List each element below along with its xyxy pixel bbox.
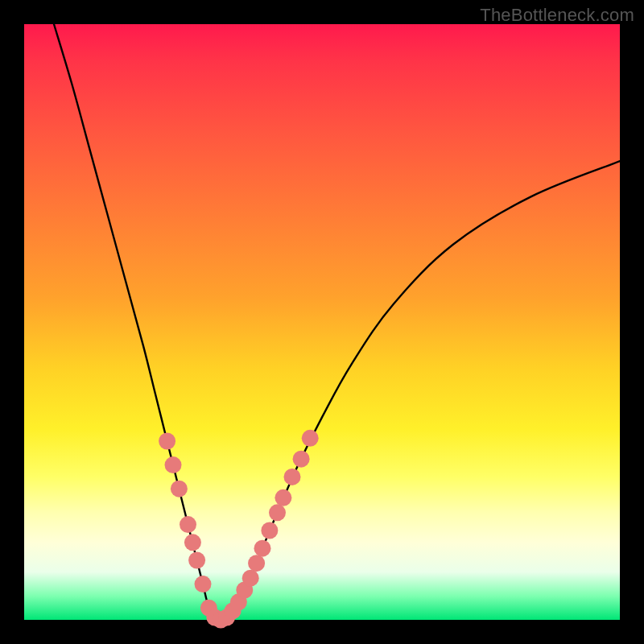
dots-right-cluster xyxy=(225,430,319,620)
data-dot xyxy=(302,430,319,447)
watermark-text: TheBottleneck.com xyxy=(480,5,634,26)
data-dot xyxy=(254,540,271,557)
data-dot xyxy=(188,552,205,569)
bottleneck-curve xyxy=(54,24,620,621)
plot-area xyxy=(24,24,620,620)
data-dot xyxy=(171,481,188,497)
data-dot xyxy=(184,534,201,551)
data-dot xyxy=(180,516,196,533)
data-dot xyxy=(195,576,212,592)
dots-left-cluster xyxy=(159,433,235,629)
data-dot xyxy=(159,433,175,450)
chart-frame: TheBottleneck.com xyxy=(0,0,644,644)
data-dot xyxy=(165,456,182,473)
data-dot xyxy=(275,489,291,506)
data-dot xyxy=(269,504,286,521)
data-dot xyxy=(248,555,265,572)
data-dot xyxy=(284,469,301,485)
data-dot xyxy=(261,522,278,539)
data-dot xyxy=(242,570,259,587)
data-dot xyxy=(293,451,310,468)
chart-svg xyxy=(24,24,620,620)
